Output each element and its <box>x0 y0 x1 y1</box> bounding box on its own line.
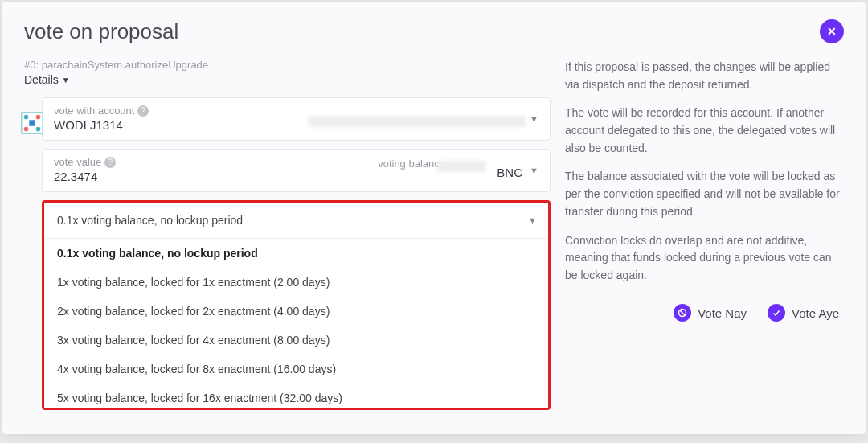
account-address-redacted <box>309 116 526 127</box>
close-icon: ✕ <box>827 25 837 38</box>
account-field[interactable]: vote with account ? WODLJ1314 ▼ <box>42 97 551 141</box>
info-panel: If this proposal is passed, the changes … <box>565 59 844 410</box>
ban-icon <box>674 304 691 322</box>
info-paragraph: Conviction locks do overlap and are not … <box>565 232 844 285</box>
conviction-option[interactable]: 2x voting balance, locked for 2x enactme… <box>44 297 548 326</box>
conviction-dropdown[interactable]: 0.1x voting balance, no lockup period ▼ … <box>42 200 551 410</box>
conviction-option[interactable]: 0.1x voting balance, no lockup period <box>44 239 548 268</box>
svg-point-2 <box>36 115 41 120</box>
vote-nay-button[interactable]: Vote Nay <box>674 304 747 322</box>
conviction-option[interactable]: 5x voting balance, locked for 16x enactm… <box>44 384 548 408</box>
vote-aye-button[interactable]: Vote Aye <box>768 304 839 322</box>
vote-aye-label: Vote Aye <box>792 304 839 322</box>
conviction-option[interactable]: 3x voting balance, locked for 4x enactme… <box>44 326 548 355</box>
help-icon[interactable]: ? <box>104 157 116 168</box>
svg-point-4 <box>36 127 41 132</box>
balance-redacted <box>437 161 485 172</box>
check-icon <box>768 304 785 322</box>
svg-point-1 <box>24 115 29 120</box>
conviction-selected-label: 0.1x voting balance, no lockup period <box>57 214 243 227</box>
help-icon[interactable]: ? <box>137 105 149 117</box>
close-button[interactable]: ✕ <box>820 19 844 43</box>
caret-down-icon[interactable]: ▼ <box>530 114 538 124</box>
modal-title: vote on proposal <box>24 19 178 44</box>
account-label: vote with account <box>54 105 134 117</box>
proposal-id-label: #0: parachainSystem.authorizeUpgrade <box>24 59 551 71</box>
vote-value-label: vote value <box>54 156 101 168</box>
caret-down-icon: ▼ <box>528 215 537 225</box>
info-paragraph: The balance associated with the vote wil… <box>565 168 844 220</box>
caret-down-icon: ▼ <box>62 76 70 84</box>
svg-rect-5 <box>29 120 35 126</box>
info-paragraph: The vote will be recorded for this accou… <box>565 105 844 157</box>
vote-nay-label: Vote Nay <box>698 304 747 322</box>
details-toggle[interactable]: Details ▼ <box>24 73 70 86</box>
voting-balance-label: voting balance <box>378 158 445 170</box>
account-identicon-icon <box>20 111 44 135</box>
svg-point-3 <box>24 127 29 132</box>
details-label: Details <box>24 73 59 86</box>
info-paragraph: If this proposal is passed, the changes … <box>565 59 844 93</box>
svg-line-7 <box>680 310 685 315</box>
conviction-selected[interactable]: 0.1x voting balance, no lockup period ▼ <box>44 203 548 239</box>
vote-value-field[interactable]: vote value ? voting balance 22.3474 BNC … <box>42 149 551 192</box>
conviction-option[interactable]: 1x voting balance, locked for 1x enactme… <box>44 268 548 297</box>
conviction-option[interactable]: 4x voting balance, locked for 8x enactme… <box>44 355 548 384</box>
vote-value-unit: BNC <box>497 166 522 179</box>
vote-modal: vote on proposal ✕ #0: parachainSystem.a… <box>2 2 866 434</box>
caret-down-icon[interactable]: ▼ <box>530 166 538 175</box>
conviction-options-list[interactable]: 0.1x voting balance, no lockup period 1x… <box>44 239 548 408</box>
